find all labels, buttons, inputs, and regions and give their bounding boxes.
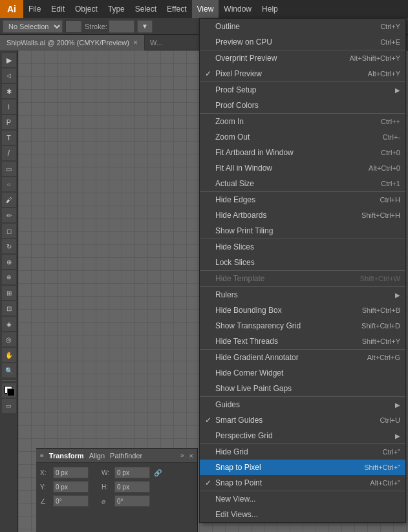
tool-gradient[interactable]: ◈ [2,317,16,331]
panel-tab-pathfinder[interactable]: Pathfinder [110,452,142,460]
menu-item-snap-to-point[interactable]: ✓ Snap to Point Alt+Ctrl+" [200,475,405,491]
tab-close-icon[interactable]: × [133,38,138,47]
menu-item-zoom-out[interactable]: Zoom Out Ctrl+- [200,129,405,145]
menu-item-pixel-preview[interactable]: ✓ Pixel Preview Alt+Ctrl+Y [200,66,405,81]
menu-item-show-transparency-grid[interactable]: Show Transparency Grid Shift+Ctrl+D [200,318,405,334]
menu-item-hide-text-threads[interactable]: Hide Text Threads Shift+Ctrl+Y [200,334,405,349]
h-input[interactable] [114,481,150,493]
menu-section-preview: Overprint Preview Alt+Shift+Ctrl+Y ✓ Pix… [200,50,405,82]
menu-item-new-view[interactable]: New View... [200,491,405,507]
hide-tt-label: Hide Text Threads [215,337,357,346]
perspective-grid-label: Perspective Grid [215,431,387,440]
tool-type[interactable]: T [2,131,16,145]
stroke-label: Stroke: [85,23,107,30]
menu-item-hide-bounding-box[interactable]: Hide Bounding Box Shift+Ctrl+B [200,303,405,318]
tool-puppet[interactable]: ⊗ [2,270,16,284]
menu-item-hide-edges[interactable]: Hide Edges Ctrl+H [200,192,405,207]
stroke-options[interactable]: ▼ [137,20,153,33]
hide-grid-shortcut: Ctrl+" [383,448,400,456]
tool-pen[interactable]: P [2,115,16,129]
link-icon[interactable]: 🔗 [154,469,162,476]
stroke-value-box[interactable] [109,20,134,33]
y-input[interactable] [53,481,89,493]
hide-artboards-label: Hide Artboards [215,211,356,220]
pixel-preview-shortcut: Alt+Ctrl+Y [368,70,400,78]
menu-item-rulers[interactable]: Rulers ▶ [200,287,405,303]
panel-tab-transform[interactable]: Transform [49,452,84,460]
menu-item-perspective-grid[interactable]: Perspective Grid ▶ [200,428,405,443]
menu-item-hide-artboards[interactable]: Hide Artboards Shift+Ctrl+H [200,207,405,223]
selection-dropdown[interactable]: No Selection [3,20,63,33]
menu-item-hide-grid[interactable]: Hide Grid Ctrl+" [200,444,405,460]
menu-object[interactable]: Object [70,0,103,18]
menu-item-edit-views[interactable]: Edit Views... [200,507,405,522]
guides-arrow: ▶ [395,401,400,409]
tool-magic-wand[interactable]: ✱ [2,84,16,98]
tool-direct-select[interactable]: ◁ [2,69,16,83]
tool-line[interactable]: / [2,146,16,160]
tool-eraser[interactable]: ◻ [2,224,16,238]
menu-item-proof-setup[interactable]: Proof Setup ▶ [200,82,405,98]
menu-type[interactable]: Type [103,0,130,18]
menu-file[interactable]: File [23,0,46,18]
tool-pencil[interactable]: ✏ [2,208,16,222]
tool-select[interactable]: ▶ [2,53,16,67]
shear-input[interactable] [114,495,150,507]
hide-grid-label: Hide Grid [215,447,378,456]
tool-rotate[interactable]: ↻ [2,239,16,253]
menu-effect[interactable]: Effect [162,0,191,18]
tool-mesh[interactable]: ⊡ [2,301,16,315]
tool-fill[interactable] [2,383,16,398]
panel-tab-align[interactable]: Align [89,452,105,460]
menu-item-hide-slices[interactable]: Hide Slices [200,239,405,255]
show-lpg-label: Show Live Paint Gaps [215,384,400,393]
menu-item-actual-size[interactable]: Actual Size Ctrl+1 [200,176,405,191]
tool-zoom[interactable]: 🔍 [2,363,16,378]
menu-item-fit-artboard[interactable]: Fit Artboard in Window Ctrl+0 [200,145,405,160]
tool-draw-mode[interactable]: ▭ [2,399,16,413]
panel-close-icon[interactable]: × [189,452,193,460]
smart-guides-label: Smart Guides [215,416,375,425]
menu-window[interactable]: Window [219,0,257,18]
hide-cw-label: Hide Corner Widget [215,368,400,378]
menu-item-hide-corner-widget[interactable]: Hide Corner Widget [200,365,405,381]
x-input[interactable] [53,467,89,478]
menu-view[interactable]: View [192,0,219,18]
menu-help[interactable]: Help [257,0,283,18]
panel-options-icon[interactable]: » [180,452,184,459]
tool-blend[interactable]: ⊞ [2,286,16,300]
angle-input[interactable] [53,495,89,507]
hide-ga-label: Hide Gradient Annotator [215,353,362,362]
tab-overflow[interactable]: W... [145,39,167,47]
menu-item-smart-guides[interactable]: ✓ Smart Guides Ctrl+U [200,412,405,428]
lock-slices-label: Lock Slices [215,258,400,267]
fill-color-box[interactable] [65,20,82,33]
menu-item-fit-all[interactable]: Fit All in Window Alt+Ctrl+0 [200,160,405,176]
menu-item-guides[interactable]: Guides ▶ [200,397,405,412]
smart-guides-check: ✓ [205,416,215,425]
tool-rect[interactable]: ▭ [2,162,16,176]
menu-item-outline[interactable]: Outline Ctrl+Y [200,19,405,34]
tool-hand[interactable]: ✋ [2,348,16,362]
tool-ellipse[interactable]: ○ [2,177,16,191]
tool-scale[interactable]: ⊕ [2,255,16,269]
tool-paintbrush[interactable]: 🖌 [2,193,16,207]
menu-select[interactable]: Select [130,0,162,18]
document-tab[interactable]: ShipWalls.ai @ 200% (CMYK/Preview) × [0,35,145,50]
menu-item-show-print-tiling[interactable]: Show Print Tiling [200,223,405,239]
menu-item-show-live-paint-gaps[interactable]: Show Live Paint Gaps [200,381,405,396]
menu-item-hide-gradient-annotator[interactable]: Hide Gradient Annotator Alt+Ctrl+G [200,350,405,365]
menu-edit[interactable]: Edit [46,0,70,18]
tool-lasso[interactable]: ⌇ [2,100,16,114]
menu-item-lock-slices[interactable]: Lock Slices [200,255,405,270]
w-input[interactable] [114,467,150,478]
panel-collapse-icon[interactable]: ≡ [40,452,44,459]
menu-item-overprint[interactable]: Overprint Preview Alt+Shift+Ctrl+Y [200,50,405,66]
preview-cpu-shortcut: Ctrl+E [380,38,400,46]
menu-item-preview-cpu[interactable]: Preview on CPU Ctrl+E [200,34,405,50]
menu-item-proof-colors[interactable]: Proof Colors [200,98,405,113]
tool-eyedropper[interactable]: ◎ [2,332,16,346]
show-print-tiling-label: Show Print Tiling [215,226,400,235]
menu-item-snap-to-pixel[interactable]: Snap to Pixel Shift+Ctrl+" [200,460,405,475]
menu-item-zoom-in[interactable]: Zoom In Ctrl++ [200,114,405,129]
